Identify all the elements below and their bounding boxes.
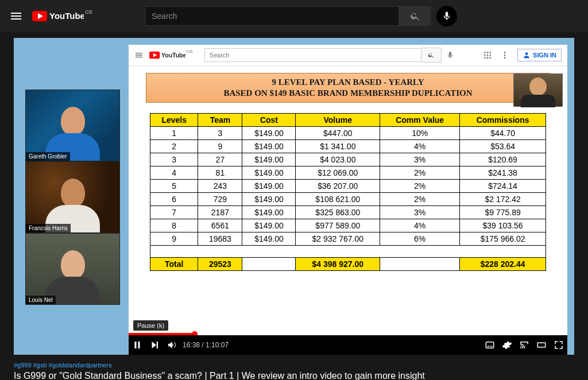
shared-screen: YouTube GB SIGN IN 9 LEVEL PAY PLAN BASE…: [129, 45, 567, 349]
volume-button[interactable]: [163, 340, 180, 350]
topbar: YouTube GB: [0, 0, 588, 32]
svg-point-10: [487, 55, 489, 56]
svg-point-11: [489, 55, 491, 56]
settings-button[interactable]: [498, 340, 516, 350]
svg-point-17: [504, 57, 506, 59]
webcam: Francois Harris: [25, 161, 120, 233]
svg-point-9: [484, 55, 486, 56]
fullscreen-button[interactable]: [550, 340, 567, 350]
video-title: Is G999 or "Gold Standard Business" a sc…: [14, 371, 574, 380]
youtube-logo[interactable]: YouTube GB: [32, 10, 92, 22]
table-row: 86561$149.00$977 589.004%$39 103.56: [150, 219, 546, 232]
signin-button[interactable]: SIGN IN: [517, 49, 562, 61]
hashtags[interactable]: #g999 #gsb #goldstandardpartners: [14, 362, 574, 369]
table-row: 327$149.00$4 023.003%$120.69: [150, 153, 546, 166]
table-header: Team: [198, 113, 242, 126]
table-header: Cost: [242, 113, 296, 126]
table-header: Commissions: [460, 113, 546, 126]
svg-rect-19: [135, 342, 137, 348]
svg-text:YouTube: YouTube: [161, 52, 185, 59]
slide-content: 9 LEVEL PAY PLAN BASED - YEARLY BASED ON…: [129, 66, 567, 271]
microphone-icon[interactable]: [446, 51, 454, 59]
svg-point-8: [489, 52, 491, 53]
svg-point-16: [504, 55, 506, 56]
svg-point-12: [484, 57, 486, 59]
table-row: 29$149.00$1 341.004%$53.64: [150, 139, 546, 153]
table-total-row: Total29523$4 398 927.00$228 202.44: [150, 257, 546, 270]
menu-icon[interactable]: [9, 9, 23, 23]
svg-text:YouTube: YouTube: [49, 11, 84, 21]
search-icon: [428, 52, 435, 59]
below-player: #g999 #gsb #goldstandardpartners Is G999…: [14, 362, 574, 380]
signin-label: SIGN IN: [533, 52, 556, 59]
next-button[interactable]: [146, 340, 163, 350]
search-input[interactable]: [145, 6, 399, 26]
pause-icon: [132, 340, 142, 350]
player-controls: 16:38 / 1:10:07: [129, 335, 567, 355]
theater-icon: [536, 340, 547, 350]
microphone-icon: [442, 11, 452, 21]
locale-label: GB: [85, 9, 92, 15]
svg-rect-21: [486, 342, 494, 348]
menu-icon[interactable]: [134, 51, 144, 60]
svg-point-15: [504, 52, 506, 53]
volume-icon: [167, 340, 177, 350]
svg-point-7: [487, 52, 489, 53]
participant-cams: Gareth Grobler Francois Harris Louis Nel: [25, 90, 119, 305]
video-player[interactable]: Gareth Grobler Francois Harris Louis Nel…: [14, 38, 574, 355]
inner-topbar: YouTube GB SIGN IN: [129, 45, 567, 66]
participant-name: Francois Harris: [26, 224, 71, 232]
table-header: Comm Value: [380, 113, 460, 126]
search-icon: [410, 11, 420, 21]
webcam: Gareth Grobler: [25, 90, 120, 161]
next-icon: [149, 340, 160, 350]
svg-rect-23: [490, 346, 493, 347]
picture-in-picture-cam: [513, 73, 563, 107]
participant-name: Gareth Grobler: [26, 152, 70, 161]
pause-button[interactable]: [129, 340, 146, 350]
svg-rect-24: [537, 343, 546, 347]
time-display: 16:38 / 1:10:07: [183, 341, 229, 349]
inner-search-button[interactable]: [421, 48, 442, 63]
table-row: 6729$149.00$108 621.002%$2 172.42: [150, 192, 546, 205]
pause-tooltip: Pause (k): [133, 320, 168, 331]
cast-icon: [519, 340, 529, 350]
svg-rect-22: [488, 346, 490, 347]
search-form: [145, 6, 457, 26]
pay-plan-table: LevelsTeamCostVolumeComm ValueCommission…: [150, 113, 546, 271]
svg-point-14: [489, 57, 491, 59]
apps-icon[interactable]: [483, 51, 492, 60]
table-row: 919683$149.00$2 932 767.006%$175 966.02: [150, 232, 546, 245]
table-row: 13$149.00$447.0010%$44.70: [150, 126, 546, 139]
svg-rect-20: [138, 342, 140, 348]
table-header: Levels: [150, 113, 198, 126]
inner-search-input[interactable]: [204, 48, 421, 62]
slide-title-line2: BASED ON $149 BASIC BRAND MEMBERSHIP DUP…: [223, 88, 472, 98]
cc-icon: [485, 340, 495, 350]
table-row: 72187$149.00$325 863.003%$9 775.89: [150, 205, 546, 219]
inner-locale: GB: [186, 49, 193, 54]
more-icon[interactable]: [500, 51, 509, 60]
fullscreen-icon: [554, 340, 564, 350]
user-icon: [523, 51, 531, 59]
svg-point-18: [525, 52, 528, 55]
theater-button[interactable]: [533, 340, 550, 350]
cast-button[interactable]: [516, 340, 533, 350]
voice-search-button[interactable]: [436, 6, 457, 26]
inner-youtube-logo[interactable]: YouTube GB: [149, 51, 193, 59]
table-row: 481$149.00$12 069.002%$241.38: [150, 166, 546, 179]
svg-point-6: [484, 52, 486, 53]
participant-name: Louis Nel: [26, 296, 56, 304]
table-row: 5243$149.00$36 207.002%$724.14: [150, 179, 546, 192]
slide-title-line1: 9 LEVEL PAY PLAN BASED - YEARLY: [272, 77, 424, 87]
slide-title: 9 LEVEL PAY PLAN BASED - YEARLY BASED ON…: [146, 73, 550, 103]
search-button[interactable]: [399, 6, 431, 26]
webcam: Louis Nel: [25, 233, 120, 305]
table-header: Volume: [296, 113, 380, 126]
gear-icon: [502, 340, 512, 350]
svg-point-13: [487, 57, 489, 59]
subtitles-button[interactable]: [481, 340, 498, 350]
